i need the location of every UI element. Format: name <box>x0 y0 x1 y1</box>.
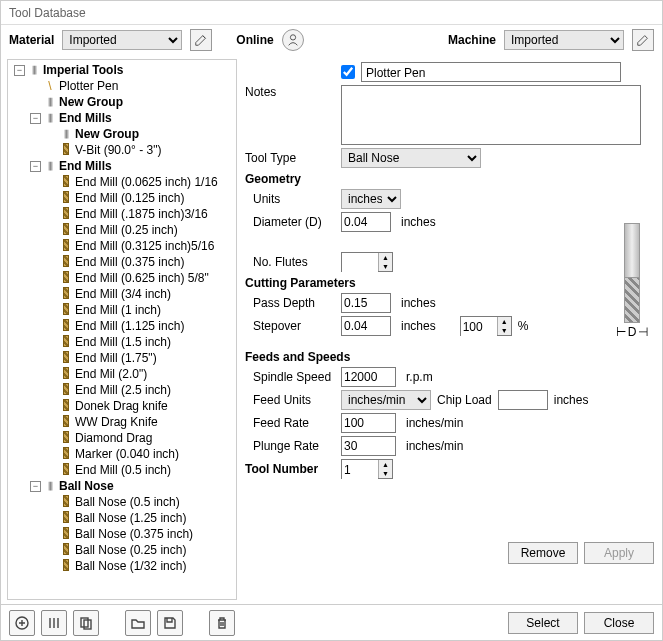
toolnum-label: Tool Number <box>245 462 335 476</box>
noflutes-input[interactable] <box>342 253 378 273</box>
edit-machine-button[interactable] <box>632 29 654 51</box>
add-tool-button[interactable] <box>9 610 35 636</box>
cutting-heading: Cutting Parameters <box>245 276 654 290</box>
tree-node[interactable]: End Mill (2.5 inch) <box>12 382 236 398</box>
diameter-input[interactable] <box>341 212 391 232</box>
tool-database-window: Tool Database Material Imported Online M… <box>0 0 663 641</box>
endmill-icon <box>59 559 73 574</box>
tree-node[interactable]: −⦀Ball Nose <box>12 478 236 494</box>
tree-node[interactable]: V-Bit (90.0° - 3") <box>12 142 236 158</box>
tool-tree[interactable]: −⦀Imperial ToolsPlotter Pen⦀New Group−⦀E… <box>8 60 236 599</box>
tree-node[interactable]: ⦀New Group <box>12 94 236 110</box>
tree-node[interactable]: Marker (0.040 inch) <box>12 446 236 462</box>
tree-node[interactable]: −⦀End Mills <box>12 110 236 126</box>
tree-label: End Mill (1.5 inch) <box>75 335 171 349</box>
edit-material-button[interactable] <box>190 29 212 51</box>
apply-button[interactable]: Apply <box>584 542 654 564</box>
tree-node[interactable]: End Mill (1.5 inch) <box>12 334 236 350</box>
tree-label: End Mills <box>59 159 112 173</box>
spin-up-icon[interactable]: ▲ <box>498 317 511 326</box>
feedunits-select[interactable]: inches/min <box>341 390 431 410</box>
tree-node[interactable]: Ball Nose (0.25 inch) <box>12 542 236 558</box>
spin-up-icon[interactable]: ▲ <box>379 253 392 262</box>
tool-name-field[interactable]: Plotter Pen <box>361 62 621 82</box>
expand-icon[interactable]: − <box>30 481 41 492</box>
tree-node[interactable]: End Mill (0.3125 inch)5/16 <box>12 238 236 254</box>
material-label: Material <box>9 33 54 47</box>
spin-down-icon[interactable]: ▼ <box>498 326 511 335</box>
endmill-icon <box>59 175 73 190</box>
new-group-button[interactable] <box>41 610 67 636</box>
save-button[interactable] <box>157 610 183 636</box>
notes-label: Notes <box>245 85 335 99</box>
stepover-input[interactable] <box>341 316 391 336</box>
toolnum-input[interactable] <box>342 460 378 480</box>
tree-node[interactable]: End Mill (0.0625 inch) 1/16 <box>12 174 236 190</box>
remove-button[interactable]: Remove <box>508 542 578 564</box>
spindle-input[interactable] <box>341 367 396 387</box>
tree-node[interactable]: End Mill (0.375 inch) <box>12 254 236 270</box>
tree-node[interactable]: Ball Nose (0.5 inch) <box>12 494 236 510</box>
tool-name-checkbox[interactable] <box>341 65 355 79</box>
spin-up-icon[interactable]: ▲ <box>379 460 392 469</box>
chipload-input[interactable] <box>498 390 548 410</box>
tree-label: WW Drag Knife <box>75 415 158 429</box>
spin-down-icon[interactable]: ▼ <box>379 469 392 478</box>
machine-select[interactable]: Imported <box>504 30 624 50</box>
material-select[interactable]: Imported <box>62 30 182 50</box>
tree-node[interactable]: End Mill (1.125 inch) <box>12 318 236 334</box>
expand-icon[interactable]: − <box>30 113 41 124</box>
plunge-input[interactable] <box>341 436 396 456</box>
tree-node[interactable]: End Mill (0.625 inch) 5/8" <box>12 270 236 286</box>
endmill-icon <box>59 415 73 430</box>
tree-node[interactable]: Ball Nose (0.375 inch) <box>12 526 236 542</box>
tree-node[interactable]: WW Drag Knife <box>12 414 236 430</box>
tree-label: End Mill (0.0625 inch) 1/16 <box>75 175 218 189</box>
tree-label: Ball Nose <box>59 479 114 493</box>
group-icon: ⦀ <box>43 479 57 493</box>
tree-node[interactable]: End Mill (0.5 inch) <box>12 462 236 478</box>
expand-icon[interactable]: − <box>14 65 25 76</box>
tree-node[interactable]: −⦀Imperial Tools <box>12 62 236 78</box>
tree-node[interactable]: End Mill (1.75") <box>12 350 236 366</box>
tree-node[interactable]: Donek Drag knife <box>12 398 236 414</box>
delete-button[interactable] <box>209 610 235 636</box>
tree-node[interactable]: End Mill (0.125 inch) <box>12 190 236 206</box>
toolnum-spinner[interactable]: ▲▼ <box>341 459 393 479</box>
tree-label: New Group <box>59 95 123 109</box>
diameter-label: Diameter (D) <box>245 215 335 229</box>
tree-node[interactable]: End Mill (0.25 inch) <box>12 222 236 238</box>
tree-node[interactable]: End Mil (2.0") <box>12 366 236 382</box>
endmill-icon <box>59 303 73 318</box>
tool-preview-image: ⊢D⊣ <box>612 223 652 333</box>
tree-node[interactable]: End Mill (3/4 inch) <box>12 286 236 302</box>
feedrate-input[interactable] <box>341 413 396 433</box>
stepover-pct-spinner[interactable]: ▲▼ <box>460 316 512 336</box>
open-folder-button[interactable] <box>125 610 151 636</box>
endmill-icon <box>59 143 73 158</box>
tree-node[interactable]: Ball Nose (1/32 inch) <box>12 558 236 574</box>
units-select[interactable]: inches <box>341 189 401 209</box>
passdepth-input[interactable] <box>341 293 391 313</box>
tree-node[interactable]: Diamond Drag <box>12 430 236 446</box>
noflutes-spinner[interactable]: ▲▼ <box>341 252 393 272</box>
select-button[interactable]: Select <box>508 612 578 634</box>
tree-node[interactable]: ⦀New Group <box>12 126 236 142</box>
tree-node[interactable]: End Mill (.1875 inch)3/16 <box>12 206 236 222</box>
tree-node[interactable]: Plotter Pen <box>12 78 236 94</box>
tree-node[interactable]: End Mill (1 inch) <box>12 302 236 318</box>
expand-icon[interactable]: − <box>30 161 41 172</box>
tree-label: End Mill (0.125 inch) <box>75 191 184 205</box>
stepover-pct-input[interactable] <box>461 317 497 337</box>
notes-textarea[interactable] <box>341 85 641 145</box>
endmill-icon <box>59 271 73 286</box>
feedrate-unit: inches/min <box>406 416 463 430</box>
close-button[interactable]: Close <box>584 612 654 634</box>
copy-tool-button[interactable] <box>73 610 99 636</box>
tree-label: End Mill (0.3125 inch)5/16 <box>75 239 214 253</box>
online-user-icon[interactable] <box>282 29 304 51</box>
tree-node[interactable]: −⦀End Mills <box>12 158 236 174</box>
spin-down-icon[interactable]: ▼ <box>379 262 392 271</box>
tree-node[interactable]: Ball Nose (1.25 inch) <box>12 510 236 526</box>
tooltype-select[interactable]: Ball Nose <box>341 148 481 168</box>
